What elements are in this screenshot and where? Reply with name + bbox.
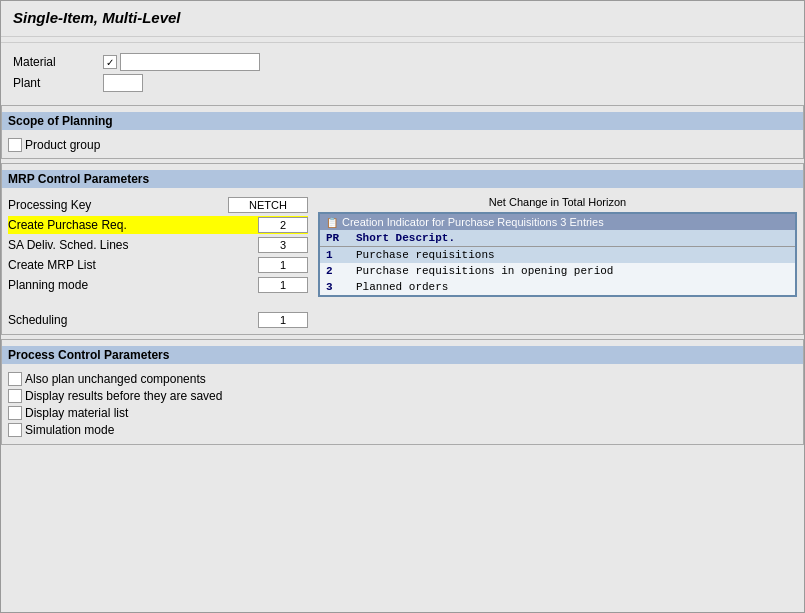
popup-title-text: Creation Indicator for Purchase Requisit… [342, 216, 604, 228]
toolbar-separator [1, 37, 804, 43]
popup-desc-cell: Purchase requisitions [350, 247, 795, 264]
plant-label: Plant [13, 76, 103, 90]
simulation-checkbox[interactable] [8, 423, 22, 437]
mrp-left-panel: Processing Key Create Purchase Req. SA D… [8, 196, 308, 330]
scheduling-input[interactable] [258, 312, 308, 328]
popup-title-bar: 📋 Creation Indicator for Purchase Requis… [320, 214, 795, 230]
create-pr-label: Create Purchase Req. [8, 218, 258, 232]
popup-pr-cell: 2 [320, 263, 350, 279]
create-pr-row: Create Purchase Req. [8, 216, 308, 234]
net-change-label: Net Change in Total Horizon [318, 196, 797, 208]
process-content: Also plan unchanged components Display r… [2, 368, 803, 444]
product-group-label: Product group [25, 138, 100, 152]
material-row: Material ✓ [13, 53, 792, 71]
plant-input[interactable] [103, 74, 143, 92]
popup-desc-cell: Planned orders [350, 279, 795, 295]
display-results-checkbox[interactable] [8, 389, 22, 403]
planning-mode-input[interactable] [258, 277, 308, 293]
process-section: Process Control Parameters Also plan unc… [1, 339, 804, 445]
col-desc-header: Short Descript. [350, 230, 795, 247]
also-plan-label: Also plan unchanged components [25, 372, 206, 386]
popup-pr-cell: 3 [320, 279, 350, 295]
material-input[interactable] [120, 53, 260, 71]
product-group-row: Product group [8, 138, 797, 152]
page-title: Single-Item, Multi-Level [13, 9, 792, 26]
popup-table-row[interactable]: 1Purchase requisitions [320, 247, 795, 264]
display-material-label: Display material list [25, 406, 128, 420]
popup-table-row[interactable]: 3Planned orders [320, 279, 795, 295]
popup-box: 📋 Creation Indicator for Purchase Requis… [318, 212, 797, 297]
process-row-display-material: Display material list [8, 406, 797, 420]
planning-mode-label: Planning mode [8, 278, 258, 292]
mrp-content: Processing Key Create Purchase Req. SA D… [2, 192, 803, 334]
create-mrp-label: Create MRP List [8, 258, 258, 272]
material-checkbox[interactable]: ✓ [103, 55, 117, 69]
scheduling-row: Scheduling [8, 312, 308, 328]
also-plan-checkbox[interactable] [8, 372, 22, 386]
display-material-checkbox[interactable] [8, 406, 22, 420]
col-pr-header: PR [320, 230, 350, 247]
scope-header: Scope of Planning [2, 112, 803, 130]
process-row-also-plan: Also plan unchanged components [8, 372, 797, 386]
simulation-label: Simulation mode [25, 423, 114, 437]
popup-table: PR Short Descript. 1Purchase requisition… [320, 230, 795, 295]
processing-key-row: Processing Key [8, 196, 308, 214]
display-results-label: Display results before they are saved [25, 389, 222, 403]
popup-table-header: PR Short Descript. [320, 230, 795, 247]
sa-deliv-label: SA Deliv. Sched. Lines [8, 238, 258, 252]
popup-icon: 📋 [326, 217, 338, 228]
process-header: Process Control Parameters [2, 346, 803, 364]
mrp-right-panel: Net Change in Total Horizon 📋 Creation I… [308, 196, 797, 330]
material-label: Material [13, 55, 103, 69]
planning-mode-row: Planning mode [8, 276, 308, 294]
plant-row: Plant [13, 74, 792, 92]
mrp-section: MRP Control Parameters Processing Key Cr… [1, 163, 804, 335]
popup-pr-cell: 1 [320, 247, 350, 264]
product-group-checkbox[interactable] [8, 138, 22, 152]
top-form: Material ✓ Plant [1, 47, 804, 101]
create-mrp-input[interactable] [258, 257, 308, 273]
process-row-display-results: Display results before they are saved [8, 389, 797, 403]
scope-content: Product group [2, 134, 803, 158]
popup-table-row[interactable]: 2Purchase requisitions in opening period [320, 263, 795, 279]
sa-deliv-input[interactable] [258, 237, 308, 253]
scope-section: Scope of Planning Product group [1, 105, 804, 159]
processing-key-input[interactable] [228, 197, 308, 213]
processing-key-label: Processing Key [8, 198, 228, 212]
scheduling-label: Scheduling [8, 313, 258, 327]
main-window: Single-Item, Multi-Level Material ✓ Plan… [0, 0, 805, 613]
create-mrp-row: Create MRP List [8, 256, 308, 274]
sa-deliv-row: SA Deliv. Sched. Lines [8, 236, 308, 254]
mrp-header: MRP Control Parameters [2, 170, 803, 188]
process-row-simulation: Simulation mode [8, 423, 797, 437]
title-bar: Single-Item, Multi-Level [1, 1, 804, 37]
popup-desc-cell: Purchase requisitions in opening period [350, 263, 795, 279]
create-pr-input[interactable] [258, 217, 308, 233]
